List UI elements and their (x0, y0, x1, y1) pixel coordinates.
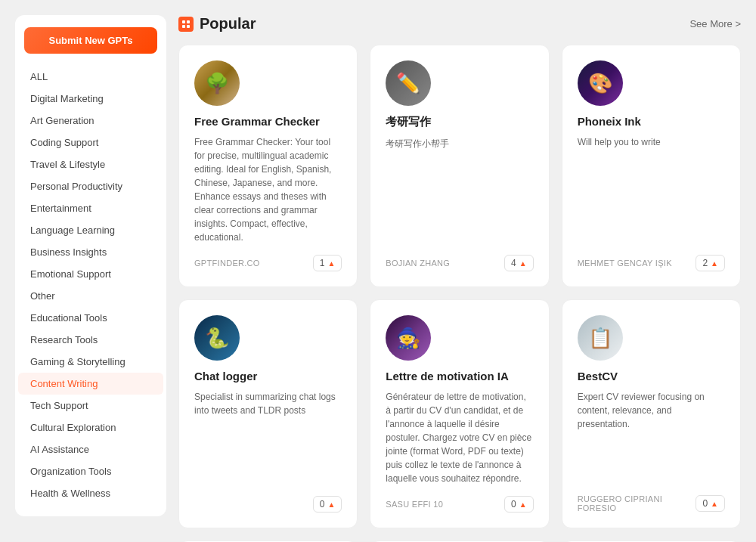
card-votes-bestcv[interactable]: 0 ▲ (696, 495, 725, 512)
card-grammar[interactable]: 🌳 Free Grammar Checker Free Grammar Chec… (178, 45, 358, 287)
card-votes-lettre[interactable]: 0 ▲ (504, 496, 534, 513)
sidebar-item-other[interactable]: Other (18, 285, 163, 307)
card-kaoyanzuo[interactable]: ✏️ 考研写作 考研写作小帮手 BOJIAN ZHANG 4 ▲ (370, 45, 549, 287)
card-votes-grammar[interactable]: 1 ▲ (313, 255, 342, 271)
sidebar-item-cultural-exploration[interactable]: Cultural Exploration (18, 417, 163, 438)
card-bestcv[interactable]: 📋 BestCV Expert CV reviewer focusing on … (562, 299, 741, 528)
svg-rect-3 (187, 25, 190, 28)
cards-grid: 🌳 Free Grammar Checker Free Grammar Chec… (178, 45, 741, 542)
see-more-link[interactable]: See More > (689, 18, 741, 29)
card-author-kaoyanzuo: BOJIAN ZHANG (386, 259, 450, 268)
sidebar-item-educational-tools[interactable]: Educational Tools (18, 307, 163, 329)
vote-arrow-chat: ▲ (327, 500, 335, 509)
sidebar-item-all[interactable]: ALL (18, 66, 163, 88)
svg-rect-0 (182, 20, 185, 23)
section-title: Popular (200, 15, 256, 33)
vote-arrow-bestcv: ▲ (711, 500, 718, 508)
popular-icon (178, 17, 194, 32)
card-desc-kaoyanzuo: 考研写作小帮手 (386, 137, 533, 244)
card-chat[interactable]: 🐍 Chat logger Specialist in summarizing … (178, 299, 358, 528)
card-footer-kaoyanzuo: BOJIAN ZHANG 4 ▲ (386, 255, 533, 271)
vote-count-chat: 0 (320, 499, 325, 509)
section-header: Popular See More > (178, 15, 741, 33)
card-avatar-grammar: 🌳 (194, 60, 240, 106)
vote-arrow-grammar: ▲ (327, 259, 335, 268)
card-footer-lettre: SASU EFFI 10 0 ▲ (386, 496, 533, 513)
sidebar-item-language-learning[interactable]: Language Learning (18, 219, 163, 241)
vote-count-kaoyanzuo: 4 (511, 258, 516, 268)
sidebar-item-research-tools[interactable]: Research Tools (18, 329, 163, 351)
card-footer-grammar: gptfinder.co 1 ▲ (194, 255, 342, 271)
sidebar-item-gaming--storytelling[interactable]: Gaming & Storytelling (18, 351, 163, 373)
card-footer-phoenix: MEHMET GENCAY IŞIK 2 ▲ (578, 255, 725, 271)
card-title-lettre: Lettre de motivation IA (386, 370, 533, 382)
sidebar-item-personal-productivity[interactable]: Personal Productivity (18, 175, 163, 197)
sidebar-item-coding-support[interactable]: Coding Support (18, 132, 163, 153)
card-desc-lettre: Générateur de lettre de motivation, à pa… (386, 390, 533, 485)
sidebar-item-emotional-support[interactable]: Emotional Support (18, 263, 163, 285)
sidebar-item-content-writing[interactable]: Content Writing (18, 373, 163, 395)
card-phoenix[interactable]: 🎨 Phoneix Ink Will help you to write MEH… (562, 45, 741, 287)
vote-arrow-phoenix: ▲ (711, 259, 718, 268)
card-desc-grammar: Free Grammar Checker: Your tool for prec… (194, 135, 342, 244)
card-author-phoenix: MEHMET GENCAY IŞIK (578, 259, 672, 268)
sidebar: Submit New GPTs ALLDigital MarketingArt … (15, 15, 166, 516)
section-title-area: Popular (178, 15, 256, 33)
vote-count-phoenix: 2 (702, 258, 708, 268)
card-desc-bestcv: Expert CV reviewer focusing on content, … (578, 390, 725, 484)
sidebar-item-digital-marketing[interactable]: Digital Marketing (18, 88, 163, 110)
vote-count-lettre: 0 (511, 499, 516, 509)
sidebar-item-art-generation[interactable]: Art Generation (18, 110, 163, 132)
vote-arrow-kaoyanzuo: ▲ (519, 259, 527, 268)
card-title-chat: Chat logger (194, 370, 342, 382)
card-avatar-lettre: 🧙 (386, 315, 431, 361)
sidebar-item-health--wellness[interactable]: Health & Wellness (18, 482, 163, 504)
card-desc-phoenix: Will help you to write (578, 135, 725, 244)
main-content: Popular See More > 🌳 Free Grammar Checke… (178, 15, 741, 542)
card-author-grammar: gptfinder.co (194, 259, 260, 268)
card-title-kaoyanzuo: 考研写作 (386, 115, 533, 129)
card-votes-kaoyanzuo[interactable]: 4 ▲ (504, 255, 534, 271)
card-footer-chat: 0 ▲ (194, 496, 342, 513)
card-avatar-bestcv: 📋 (578, 315, 623, 361)
card-title-bestcv: BestCV (578, 370, 725, 382)
vote-count-bestcv: 0 (702, 498, 708, 509)
card-avatar-kaoyanzuo: ✏️ (386, 60, 431, 106)
sidebar-item-tech-support[interactable]: Tech Support (18, 395, 163, 417)
card-footer-bestcv: Ruggero Cipriani Foresio 0 ▲ (578, 494, 725, 513)
sidebar-item-business-insights[interactable]: Business Insights (18, 241, 163, 263)
sidebar-item-travel--lifestyle[interactable]: Travel & Lifestyle (18, 153, 163, 175)
card-title-grammar: Free Grammar Checker (194, 115, 342, 128)
card-lettre[interactable]: 🧙 Lettre de motivation IA Générateur de … (370, 299, 549, 528)
card-avatar-phoenix: 🎨 (578, 60, 623, 106)
sidebar-item-organization-tools[interactable]: Organization Tools (18, 460, 163, 482)
card-title-phoenix: Phoneix Ink (578, 115, 725, 128)
card-author-lettre: SASU EFFI 10 (386, 500, 443, 509)
vote-count-grammar: 1 (320, 258, 325, 268)
card-desc-chat: Specialist in summarizing chat logs into… (194, 390, 342, 485)
svg-rect-2 (182, 25, 185, 28)
svg-rect-1 (187, 20, 190, 23)
vote-arrow-lettre: ▲ (519, 500, 527, 509)
card-votes-phoenix[interactable]: 2 ▲ (696, 255, 725, 271)
card-avatar-chat: 🐍 (194, 315, 240, 361)
card-author-bestcv: Ruggero Cipriani Foresio (578, 494, 696, 513)
card-votes-chat[interactable]: 0 ▲ (313, 496, 342, 513)
sidebar-item-ai-assistance[interactable]: AI Assistance (18, 438, 163, 460)
sidebar-item-entertainment[interactable]: Entertainment (18, 197, 163, 219)
submit-new-gpts-button[interactable]: Submit New GPTs (24, 27, 157, 54)
